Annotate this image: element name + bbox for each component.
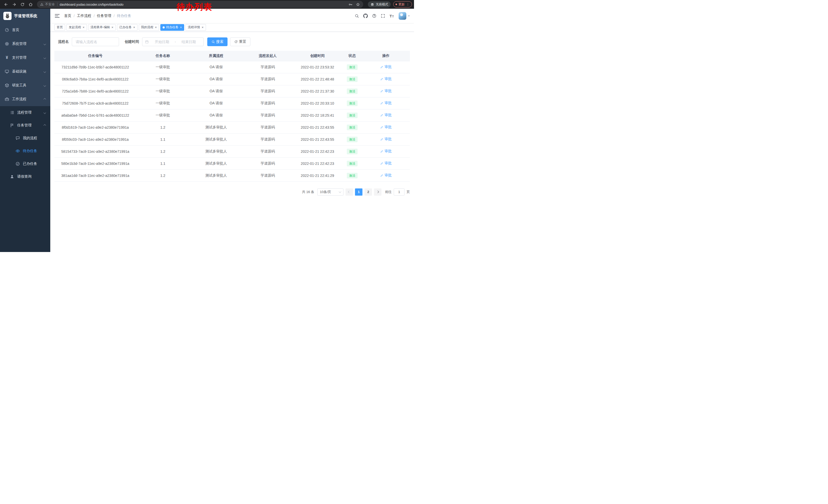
- cell-task-id: 8f0d1619-7ac8-11ec-a9e2-a2380e71991a: [54, 121, 136, 133]
- tab-todo-tasks[interactable]: 待办任务×: [160, 24, 184, 31]
- sidebar-item-done-tasks[interactable]: 已办任务: [0, 157, 50, 170]
- chevron-up-icon: [44, 124, 46, 127]
- tab-initiate-process[interactable]: 发起流程×: [67, 24, 87, 31]
- cell-created: 2022-01-22 20:33:10: [293, 97, 342, 109]
- approve-link[interactable]: 审批: [380, 113, 392, 118]
- sidebar-item-home[interactable]: 首页: [0, 23, 50, 37]
- sidebar-item-task-management[interactable]: 任务管理: [0, 119, 50, 132]
- cell-initiator: 芋道源码: [243, 145, 293, 157]
- sidebar-item-dev-tools[interactable]: 研发工具: [0, 79, 50, 92]
- sidebar-item-infrastructure[interactable]: 基础设施: [0, 64, 50, 79]
- approve-link[interactable]: 审批: [380, 173, 392, 178]
- approve-link[interactable]: 审批: [380, 101, 392, 105]
- breadcrumb-item[interactable]: 首页: [64, 13, 71, 18]
- approve-link[interactable]: 审批: [380, 137, 392, 141]
- close-icon[interactable]: ×: [112, 26, 114, 29]
- prev-page-button[interactable]: [345, 188, 353, 196]
- cell-created: 2022-01-22 23:53:32: [293, 61, 342, 73]
- security-label: 不安全: [45, 2, 55, 7]
- close-icon[interactable]: ×: [155, 26, 157, 29]
- browser-update-button[interactable]: 更新: [393, 1, 412, 7]
- start-date-input[interactable]: [150, 40, 174, 44]
- end-date-input[interactable]: [176, 40, 201, 44]
- browser-back-button[interactable]: [2, 1, 10, 8]
- browser-home-button[interactable]: [27, 1, 34, 8]
- menu-item-label: 基础设施: [12, 69, 27, 74]
- tab-process-detail[interactable]: 流程详情×: [185, 24, 206, 31]
- tab-my-processes[interactable]: 我的流程×: [139, 24, 159, 31]
- monitor-icon: [5, 69, 9, 74]
- approve-link[interactable]: 审批: [380, 77, 392, 81]
- header-search-button[interactable]: [353, 12, 361, 20]
- tab-done-tasks[interactable]: 已办任务×: [117, 24, 137, 31]
- chevron-down-icon: [44, 70, 46, 73]
- approve-link[interactable]: 审批: [380, 149, 392, 153]
- sidebar-item-my-processes[interactable]: 我的流程: [0, 132, 50, 145]
- cell-task-id: a6aba0a4-7b6d-11ec-b781-acde48001122: [54, 109, 136, 121]
- fullscreen-button[interactable]: [379, 12, 387, 20]
- sidebar-item-process-management[interactable]: 流程管理: [0, 106, 50, 119]
- breadcrumb-item[interactable]: 任务管理: [97, 13, 111, 18]
- process-name-label: 流程名: [58, 40, 69, 44]
- search-icon: [211, 40, 215, 44]
- menu-item-label: 系统管理: [12, 42, 27, 46]
- page-size-select[interactable]: 10条/页: [317, 188, 343, 196]
- reload-icon: [20, 2, 25, 7]
- column-header: 状态: [342, 51, 362, 61]
- bookmark-star-icon[interactable]: [356, 2, 360, 7]
- table-row: 73211d9d-7b9b-11ec-b5b7-acde48001122一级审批…: [54, 61, 410, 73]
- pen-icon: [380, 89, 383, 93]
- search-button[interactable]: 搜索: [207, 37, 227, 46]
- cell-created: 2022-01-21 22:43:55: [293, 133, 342, 145]
- sidebar-collapse-button[interactable]: [54, 13, 60, 19]
- approve-link[interactable]: 审批: [380, 64, 392, 69]
- next-page-button[interactable]: [374, 188, 381, 196]
- browser-menu-icon[interactable]: [406, 3, 410, 6]
- app-root: 芋道管理系统 首页系统管理¥支付管理基础设施研发工具工作流程流程管理任务管理我的…: [0, 9, 414, 252]
- pen-icon: [380, 113, 383, 117]
- browser-reload-button[interactable]: [18, 1, 26, 8]
- sidebar-item-workflow[interactable]: 工作流程: [0, 92, 50, 106]
- breadcrumb-item[interactable]: 工作流程: [77, 13, 91, 18]
- sidebar-item-payment-management[interactable]: ¥支付管理: [0, 51, 50, 64]
- url-text: dashboard.yudao.iocoder.cn/bpm/task/todo: [60, 3, 124, 6]
- cell-task-name: 一级审批: [136, 109, 190, 121]
- task-table-body: 73211d9d-7b9b-11ec-b5b7-acde48001122一级审批…: [54, 61, 410, 182]
- page-button-2[interactable]: 2: [365, 188, 372, 196]
- page-button-1[interactable]: 1: [355, 188, 363, 196]
- table-row: 8f0d1619-7ac8-11ec-a9e2-a2380e71991a1.2测…: [54, 121, 410, 133]
- sidebar-item-leave-query[interactable]: 请假查询: [0, 170, 50, 183]
- github-link[interactable]: [362, 12, 369, 20]
- approve-link-label: 审批: [384, 125, 392, 130]
- approve-link[interactable]: 审批: [380, 89, 392, 93]
- approve-link[interactable]: 审批: [380, 161, 392, 166]
- sidebar-item-todo-tasks[interactable]: 待办任务: [0, 145, 50, 157]
- close-icon[interactable]: ×: [83, 26, 85, 29]
- cell-created: 2022-01-21 22:41:29: [293, 170, 342, 182]
- sidebar-item-system-management[interactable]: 系统管理: [0, 37, 50, 51]
- tab-process-form-edit[interactable]: 流程表单-编辑×: [88, 24, 116, 31]
- tab-home[interactable]: 首页: [54, 24, 65, 31]
- tab-label: 发起流程: [69, 25, 81, 30]
- pen-icon: [380, 78, 383, 81]
- update-dot-icon: [396, 4, 397, 5]
- cell-process: 测试多审批人: [190, 145, 243, 157]
- close-icon[interactable]: ×: [180, 26, 182, 29]
- browser-forward-button[interactable]: [10, 1, 18, 8]
- key-icon[interactable]: [348, 2, 353, 7]
- process-name-input[interactable]: [72, 37, 119, 46]
- reset-button[interactable]: 重置: [230, 37, 250, 46]
- docs-help-button[interactable]: [370, 12, 378, 20]
- font-size-button[interactable]: TT: [388, 12, 396, 20]
- cell-initiator: 芋道源码: [243, 157, 293, 170]
- close-icon[interactable]: ×: [202, 26, 204, 29]
- chevron-down-icon: [44, 43, 46, 45]
- cell-action: 审批: [362, 170, 410, 182]
- status-badge: 激活: [347, 112, 358, 118]
- goto-page-input[interactable]: [394, 188, 405, 196]
- approve-link[interactable]: 审批: [380, 125, 392, 130]
- close-icon[interactable]: ×: [133, 26, 135, 29]
- date-range-picker[interactable]: -: [142, 37, 204, 46]
- app-logo[interactable]: 芋道管理系统: [0, 9, 50, 23]
- user-menu[interactable]: [399, 12, 410, 20]
